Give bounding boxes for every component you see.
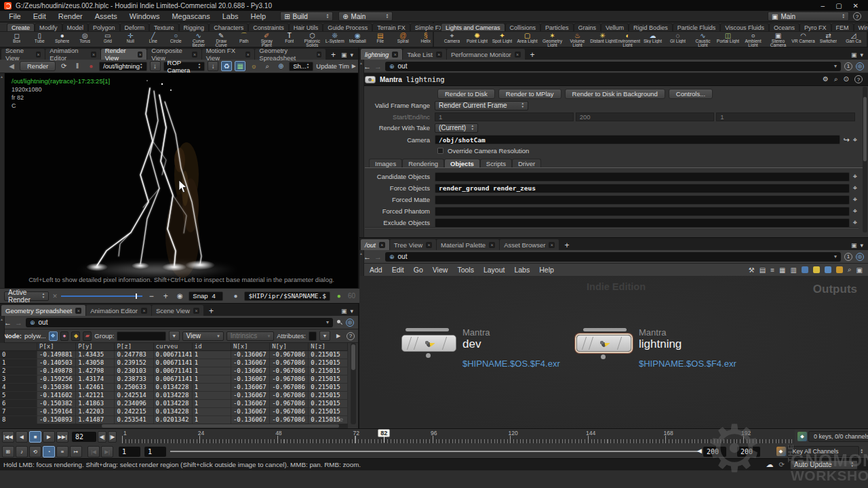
node-flags-bar[interactable] [406,328,449,331]
render-to-disk-button[interactable]: Render to Disk [437,89,495,99]
path-field[interactable]: ⊕ out ▾ [26,318,333,327]
realtime-toggle-icon[interactable]: ◔ [43,446,55,458]
close-tab-icon[interactable]: × [138,52,142,58]
pane-layout-icon[interactable]: ▣ [341,52,347,58]
points-mode-icon[interactable]: ❖ [49,331,58,341]
mantra-node-lightning[interactable] [576,335,631,352]
node-chooser-icon[interactable]: ⌖ [850,136,857,144]
shelf-tool[interactable]: ✛ Null [119,32,142,47]
menu-item[interactable]: Render [52,12,89,20]
shelf-tool[interactable]: ✶ Geometry Light [540,32,565,47]
column-header[interactable]: N[x] [231,343,270,351]
shelf-tool[interactable]: ◫ Portal Light [715,32,741,47]
node-flags-bar[interactable] [583,328,627,331]
shelf-tab[interactable]: Create [7,23,35,31]
table-row[interactable]: 7-0.1591641.422030.2422150.01342281-0.13… [0,408,348,416]
go-end-button[interactable]: ▶▶| [56,431,68,443]
group-filter-icon[interactable]: ▼ [169,331,180,341]
gear-icon[interactable]: ⚙ [823,75,829,83]
render-button[interactable]: Render [20,61,56,71]
menu-item[interactable]: Labs [216,12,245,20]
add-pane-tab-button[interactable]: + [204,306,218,316]
pane-tab[interactable]: Animation Editor × [86,305,151,316]
menu-item[interactable]: Edit [27,12,52,20]
pane-splitter[interactable] [359,60,364,237]
shelf-tab[interactable]: Rigging [179,23,210,31]
playhead[interactable]: 82 [378,429,390,437]
add-pane-tab-button[interactable]: + [559,241,574,250]
snapshot-auto-icon[interactable]: ● [334,291,344,301]
shelf-tool[interactable]: ╱ Line [142,32,165,47]
range-start-field[interactable]: 1 [119,447,140,457]
grid-alt-icon[interactable]: ▥ [790,266,796,274]
menu-item[interactable]: File [3,12,27,20]
pane-tab[interactable]: /out × [361,239,389,250]
box-icon[interactable] [836,266,843,273]
start-field[interactable]: 1 [435,113,574,121]
forward-icon[interactable]: → [374,253,382,261]
network-menu-item[interactable]: Go [409,266,428,274]
close-tab-icon[interactable]: × [379,242,385,248]
shelf-tool[interactable]: ▭ Grid [96,32,119,47]
shelf-tab[interactable]: Grains [574,23,601,31]
snapshot-field[interactable]: Snap 4 [189,291,223,301]
zoom-in-icon[interactable]: + [160,291,171,301]
node-name-field[interactable]: lightning [406,75,445,83]
inc-field[interactable]: 1 [716,113,855,121]
pane-menu-icon[interactable]: ▾ [350,308,353,314]
shelf-tab[interactable]: Particles [540,23,574,31]
horizontal-scrollbar[interactable] [0,424,348,428]
menu-item[interactable]: Windows [123,12,166,20]
search-icon[interactable]: ⌕ [848,266,852,274]
region-icon[interactable]: ⊕ [275,61,286,71]
pane-tab[interactable]: Tree View × [390,239,436,250]
shelf-tab[interactable]: Particle Fluids [673,23,721,31]
path-field[interactable]: ⊕ out ▾ [385,252,841,262]
pause-render-icon[interactable]: ‖ [72,61,83,71]
table-row[interactable]: 6-0.1503821.418630.2340960.01342281-0.13… [0,400,348,408]
pane-tab[interactable]: Scene View × [1,49,45,60]
table-row[interactable]: 1-0.1405031.430580.2391520.006711411-0.1… [0,359,348,367]
shelf-tool[interactable]: ⬡ Platonic Solids [301,32,324,47]
viewer-selector[interactable]: ⊕ Main [338,12,393,21]
shelf-tool[interactable]: ◠ VR Camera [791,32,816,47]
node-chooser-icon[interactable]: ⌖ [850,195,857,204]
back-icon[interactable]: ← [363,253,371,261]
shelf-tab[interactable]: Terrain FX [372,23,410,31]
close-tab-icon[interactable]: × [426,242,432,248]
shelf-tab[interactable]: Oceans [769,23,800,31]
network-menu-item[interactable]: Help [534,266,559,274]
vertices-mode-icon[interactable]: ● [60,331,69,341]
valid-frame-range-selector[interactable]: Render Current Frame [435,101,528,110]
view-selector[interactable]: View ▾ [182,331,224,341]
shelf-tab[interactable]: Model [62,23,89,31]
link-icon[interactable]: ◎ [346,319,354,327]
shelf-tab[interactable]: Hair Utils [289,23,323,31]
close-tab-icon[interactable]: × [392,52,398,58]
sticky-note-icon[interactable] [813,266,820,273]
shelf-tool[interactable]: ○ Ambient Light [741,32,766,47]
shelf-tool[interactable]: ✦ Spot Light [490,32,515,47]
end-field[interactable]: 200 [576,113,715,121]
shelf-tab[interactable]: Guide Process [323,23,372,31]
shelf-tool[interactable]: ○ Circle [165,32,188,47]
shelf-tool[interactable]: ⇄ Switcher [816,32,841,47]
range-substart-field[interactable]: 1 [144,447,166,457]
help-icon[interactable]: ? [853,12,861,20]
step-forward-button[interactable]: |▶ [108,431,117,443]
snapshot-save-icon[interactable]: ● [230,291,241,301]
table-row[interactable]: 3-0.1592561.431740.2387330.006711411-0.1… [0,375,348,384]
shelf-tool[interactable]: ∿ Caustic Light [690,32,715,47]
close-tab-icon[interactable]: × [193,308,199,314]
close-tab-icon[interactable]: × [549,242,555,248]
shelf-tool[interactable]: @ Spiral [392,32,415,47]
link-icon[interactable]: ◎ [856,253,864,261]
close-tab-icon[interactable]: × [192,52,197,58]
keys-summary-button[interactable]: 0 keys, 0/0 channels ▴ [808,431,868,442]
close-tab-icon[interactable]: × [141,308,147,314]
inspect-icon[interactable]: ⌕ [262,61,273,71]
keyframes-icon[interactable]: ◆ [797,432,807,441]
param-input[interactable] [435,172,850,182]
shelf-tool[interactable]: ✐ Spray Paint [256,32,279,47]
node-chooser-icon[interactable]: ⌖ [850,184,857,192]
